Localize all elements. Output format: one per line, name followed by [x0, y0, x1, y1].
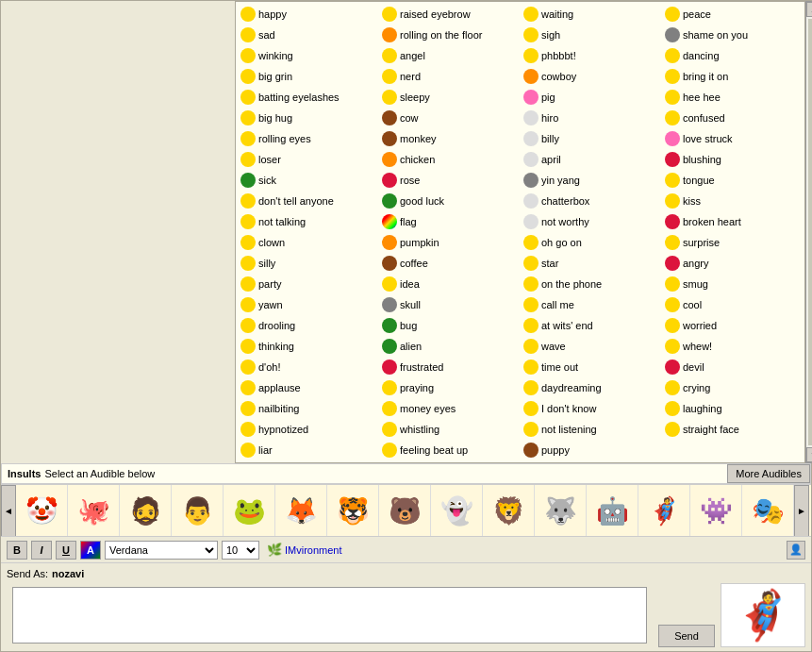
emoticon-item[interactable]: rolling eyes [238, 128, 379, 149]
font-name-select[interactable]: Verdana [105, 541, 218, 560]
underline-button[interactable]: U [56, 541, 76, 560]
emoticon-item[interactable]: pumpkin [379, 232, 521, 253]
emoticon-item[interactable]: skull [379, 294, 521, 315]
emoticon-item[interactable]: big hug [238, 108, 379, 128]
message-input[interactable] [12, 587, 647, 644]
avatar-item[interactable]: 🦸 [638, 485, 690, 537]
emoticon-item[interactable]: liar [238, 440, 379, 460]
emoticon-item[interactable]: batting eyelashes [238, 87, 379, 108]
emoticon-item[interactable]: daydreaming [521, 377, 662, 398]
emoticon-item[interactable]: d'oh! [238, 357, 379, 377]
emoticon-item[interactable]: happy [238, 4, 379, 25]
emoticon-item[interactable]: laughing [662, 398, 804, 419]
emoticon-item[interactable]: surprise [662, 232, 804, 253]
emoticon-item[interactable]: wave [521, 336, 662, 357]
emoticon-item[interactable]: frustrated [379, 357, 521, 377]
emoticon-item[interactable]: not worthy [521, 211, 662, 232]
avatar-item[interactable]: 🐻 [379, 485, 431, 537]
emoticon-item[interactable]: whew! [662, 336, 804, 357]
emoticon-item[interactable]: sad [238, 25, 379, 45]
emoticon-item[interactable]: smug [662, 274, 804, 294]
bold-button[interactable]: B [7, 541, 27, 560]
emoticon-item[interactable]: sleepy [379, 87, 521, 108]
imvironment-button[interactable]: 🌿 IMvironment [267, 543, 342, 557]
emoticon-item[interactable]: call me [521, 294, 662, 315]
emoticon-item[interactable]: feeling beat up [379, 440, 521, 460]
avatar-item[interactable]: 🤡 [16, 485, 68, 537]
emoticon-item[interactable]: party [238, 274, 379, 294]
contact-icon-button[interactable]: 👤 [787, 541, 805, 560]
emoticon-item[interactable]: tongue [662, 170, 804, 191]
emoticon-item[interactable]: winking [238, 45, 379, 66]
emoticon-item[interactable]: not listening [521, 419, 662, 440]
emoticon-item[interactable]: at wits' end [521, 315, 662, 336]
emoticon-item[interactable]: blushing [662, 149, 804, 170]
emoticon-item[interactable]: loser [238, 149, 379, 170]
italic-button[interactable]: I [31, 541, 52, 560]
emoticon-item[interactable]: angel [379, 45, 521, 66]
avatar-item[interactable]: 🐺 [535, 485, 587, 537]
emoticon-item[interactable]: love struck [662, 128, 804, 149]
avatar-item[interactable]: 🤖 [587, 485, 638, 537]
emoticon-item[interactable]: angry [662, 253, 804, 274]
emoticon-item[interactable]: bug [379, 315, 521, 336]
avatar-item[interactable]: 🧔 [120, 485, 172, 537]
emoticon-item[interactable]: phbbbt! [521, 45, 662, 66]
emoticon-item[interactable]: worried [662, 315, 804, 336]
emoticon-item[interactable]: thinking [238, 336, 379, 357]
emoticon-item[interactable]: raised eyebrow [379, 4, 521, 25]
scroll-up-button[interactable]: ▲ [806, 2, 812, 17]
avatar-item[interactable]: 🐯 [327, 485, 379, 537]
emoticon-item[interactable]: drooling [238, 315, 379, 336]
emoticon-item[interactable]: chicken [379, 149, 521, 170]
emoticon-item[interactable]: crying [662, 377, 804, 398]
emoticon-item[interactable]: broken heart [662, 211, 804, 232]
emoticon-item[interactable]: yawn [238, 294, 379, 315]
avatar-item[interactable]: 👨 [172, 485, 224, 537]
emoticon-item[interactable]: nerd [379, 66, 521, 87]
emoticon-item[interactable]: confused [662, 108, 804, 128]
emoticon-item[interactable]: money eyes [379, 398, 521, 419]
avatar-item[interactable]: 🦊 [275, 485, 327, 537]
emoticon-item[interactable]: chatterbox [521, 191, 662, 211]
emoticon-item[interactable]: coffee [379, 253, 521, 274]
emoticon-item[interactable]: yin yang [521, 170, 662, 191]
avatar-scroll-right[interactable]: ► [794, 485, 809, 537]
avatar-item[interactable]: 🐙 [68, 485, 120, 537]
emoticon-item[interactable]: april [521, 149, 662, 170]
emoticon-item[interactable]: straight face [662, 419, 804, 440]
emoticon-item[interactable]: big grin [238, 66, 379, 87]
emoticon-item[interactable]: star [521, 253, 662, 274]
avatar-item[interactable]: 👻 [431, 485, 483, 537]
avatar-item[interactable]: 👾 [690, 485, 742, 537]
more-audibles-button[interactable]: More Audibles [727, 464, 810, 483]
emoticon-item[interactable]: dancing [662, 45, 804, 66]
emoticon-item[interactable]: I don't know [521, 398, 662, 419]
emoticon-item[interactable]: idea [379, 274, 521, 294]
emoticon-item[interactable]: kiss [662, 191, 804, 211]
emoticon-item[interactable]: monkey [379, 128, 521, 149]
send-button[interactable]: Send [658, 625, 715, 647]
emoticon-item[interactable]: hee hee [662, 87, 804, 108]
emoticon-item[interactable]: devil [662, 357, 804, 377]
emoticon-item[interactable]: hiro [521, 108, 662, 128]
font-size-select[interactable]: 10 [222, 541, 259, 560]
emoticon-item[interactable]: applause [238, 377, 379, 398]
avatar-item[interactable]: 🦁 [483, 485, 535, 537]
emoticon-item[interactable]: flag [379, 211, 521, 232]
emoticon-item[interactable]: oh go on [521, 232, 662, 253]
emoticon-item[interactable]: pig [521, 87, 662, 108]
emoticon-item[interactable]: cowboy [521, 66, 662, 87]
scroll-down-button[interactable]: ▼ [806, 447, 812, 462]
emoticon-item[interactable]: whistling [379, 419, 521, 440]
emoticon-item[interactable]: cool [662, 294, 804, 315]
emoticon-item[interactable]: rose [379, 170, 521, 191]
avatar-item[interactable]: 🐸 [224, 485, 275, 537]
emoticon-item[interactable]: cow [379, 108, 521, 128]
emoticon-item[interactable]: hypnotized [238, 419, 379, 440]
color-button[interactable]: A [80, 541, 101, 560]
avatar-item[interactable]: 🎭 [742, 485, 794, 537]
emoticon-item[interactable]: clown [238, 232, 379, 253]
emoticon-item[interactable]: praying [379, 377, 521, 398]
emoticon-item[interactable]: billy [521, 128, 662, 149]
